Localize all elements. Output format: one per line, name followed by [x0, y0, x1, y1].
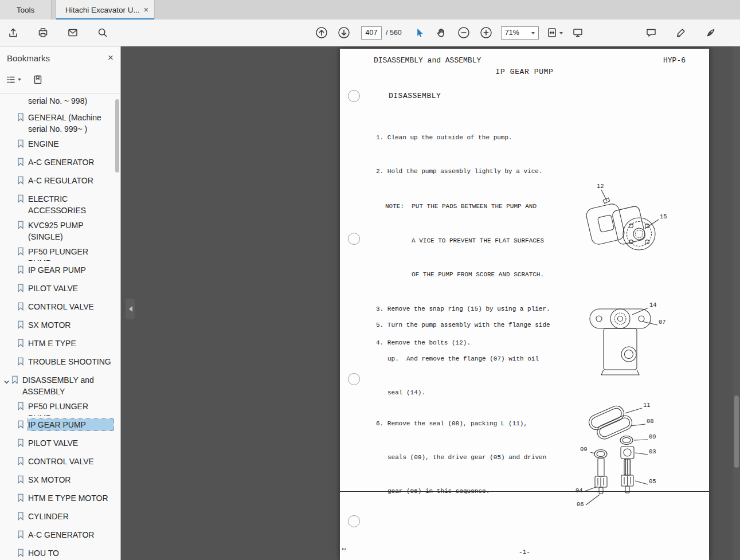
fill-sign-button[interactable] [703, 25, 718, 40]
bookmark-options-button[interactable] [6, 75, 21, 85]
hole-punch [348, 90, 360, 102]
bookmark-icon [17, 320, 24, 332]
bookmark-item[interactable]: GENERAL (Machine serial No. 999~ ) [0, 108, 115, 135]
bookmark-label: ELECTRIC ACCESSORIES [28, 193, 113, 216]
page-total-label: / 560 [386, 29, 402, 37]
search-button[interactable] [95, 25, 110, 40]
bookmarks-close-icon[interactable]: × [108, 52, 113, 64]
bookmark-label: IP GEAR PUMP [28, 419, 113, 430]
bookmark-icon [11, 375, 18, 387]
bookmark-icon [17, 339, 24, 350]
screen-icon [572, 27, 584, 38]
bookmark-item[interactable]: TROUBLE SHOOTING [0, 353, 115, 371]
callout-label: 14 [649, 301, 657, 308]
search-icon [97, 27, 108, 38]
bookmark-label: SX MOTOR [28, 474, 113, 485]
figure-pump-assembly: 12 15 [569, 181, 671, 272]
bookmark-label: IP GEAR PUMP [28, 264, 113, 276]
callout-label: 07 [659, 319, 666, 326]
comment-button[interactable] [644, 25, 659, 40]
callout-label: 09 [580, 446, 588, 453]
bookmarks-scrollbar[interactable] [115, 96, 119, 558]
bookmark-item[interactable]: KVC925 PUMP (SINGLE) [0, 216, 115, 242]
chevron-down-icon [559, 32, 563, 36]
plus-circle-icon [480, 26, 492, 39]
callout-label: 15 [660, 213, 667, 220]
fit-width-button[interactable] [546, 27, 563, 38]
bookmark-item[interactable]: SX MOTOR [0, 471, 115, 489]
expand-current-bookmark-button[interactable] [33, 75, 43, 85]
page-number-input[interactable] [361, 26, 382, 40]
bookmark-icon [17, 420, 24, 432]
chevron-expanded-icon[interactable] [3, 377, 11, 388]
tab-document-label: Hitachi Excavator U... [65, 6, 139, 14]
callout-label: 09 [649, 433, 656, 440]
bookmark-item[interactable]: PILOT VALVE [0, 279, 115, 297]
bookmarks-panel: Bookmarks × serial No. ~ 998)GENERAL (Ma… [0, 46, 121, 560]
tab-tools[interactable]: Tools [0, 0, 52, 19]
bookmark-item[interactable]: PF50 PLUNGER PUMP [0, 242, 115, 261]
next-page-button[interactable] [336, 25, 351, 40]
email-icon [67, 27, 79, 38]
document-scrollbar-thumb[interactable] [734, 395, 739, 467]
bookmark-icon [17, 247, 24, 259]
tab-document[interactable]: Hitachi Excavator U... × [56, 0, 155, 19]
bookmark-icon [17, 530, 24, 542]
document-header-right: HYP-6 [663, 56, 686, 65]
bookmark-item[interactable]: SX MOTOR [0, 316, 115, 334]
hole-punch [348, 373, 360, 385]
figure-exploded-parts: 11 08 09 03 09 05 04 06 [571, 400, 661, 520]
bookmark-icon [17, 512, 24, 523]
email-button[interactable] [65, 25, 80, 40]
bookmark-item[interactable]: serial No. ~ 998) [0, 93, 115, 108]
fountain-pen-icon [705, 27, 716, 38]
bookmark-item[interactable]: A-C REGULATOR [0, 171, 115, 190]
bookmarks-scrollbar-thumb[interactable] [115, 99, 119, 173]
share-button[interactable] [6, 25, 21, 40]
highlight-button[interactable] [674, 25, 688, 40]
bookmark-item[interactable]: A-C GENERATOR [0, 153, 115, 171]
document-header-left: DISASSEMBLY and ASSEMBLY [374, 56, 481, 65]
bookmark-icon [17, 265, 24, 277]
step-line: gear (06) in this sequence. [387, 486, 546, 498]
tab-close-icon[interactable]: × [144, 5, 148, 14]
page-rule [340, 491, 709, 492]
bookmark-item[interactable]: IP GEAR PUMP [0, 261, 115, 279]
zoom-level-dropdown[interactable]: 71% [501, 26, 539, 40]
bookmark-icon [17, 438, 24, 450]
bookmark-item[interactable]: A-C GENERATOR [0, 526, 115, 544]
bookmark-icon [17, 284, 24, 295]
bookmark-item[interactable]: CYLINDER [0, 507, 115, 526]
select-tool-button[interactable] [412, 25, 426, 40]
bookmark-item[interactable]: CONTROL VALVE [0, 297, 115, 316]
bookmark-item[interactable]: IP GEAR PUMP [0, 416, 115, 434]
bookmark-item[interactable]: HTM E TYPE [0, 334, 115, 353]
hole-punch [348, 233, 360, 245]
bookmark-item[interactable]: HOU TODISASSEMBLE [0, 544, 115, 560]
bookmark-item[interactable]: PF50 PLUNGER PUMP [0, 397, 115, 416]
document-scrollbar[interactable] [733, 46, 740, 560]
chevron-down-icon [531, 32, 535, 36]
zoom-in-button[interactable] [479, 25, 494, 40]
callout-label: 11 [643, 402, 651, 409]
page-footer: -1- [340, 549, 709, 555]
hand-icon [436, 27, 447, 38]
bookmark-label: CONTROL VALVE [28, 456, 113, 467]
bookmark-item[interactable]: CONTROL VALVE [0, 452, 115, 471]
bookmark-item[interactable]: DISASSEMBLY and ASSEMBLY [0, 371, 115, 397]
zoom-out-button[interactable] [456, 25, 471, 40]
chevron-down-icon [18, 79, 21, 83]
callout-label: 06 [577, 501, 584, 508]
previous-page-button[interactable] [314, 25, 329, 40]
reading-mode-button[interactable] [570, 25, 585, 40]
bookmark-item[interactable]: HTM E TYPE MOTOR [0, 489, 115, 507]
print-button[interactable] [36, 25, 50, 40]
collapse-panel-button[interactable] [126, 299, 135, 319]
bookmark-item[interactable]: ELECTRIC ACCESSORIES [0, 190, 115, 216]
bookmark-label: ENGINE [28, 138, 113, 150]
bookmark-item[interactable]: ENGINE [0, 135, 115, 153]
bookmark-item[interactable]: PILOT VALVE [0, 434, 115, 452]
document-view: DISASSEMBLY and ASSEMBLY HYP-6 IP GEAR P… [121, 46, 740, 560]
tab-tools-label: Tools [17, 6, 35, 14]
hand-tool-button[interactable] [434, 25, 449, 40]
